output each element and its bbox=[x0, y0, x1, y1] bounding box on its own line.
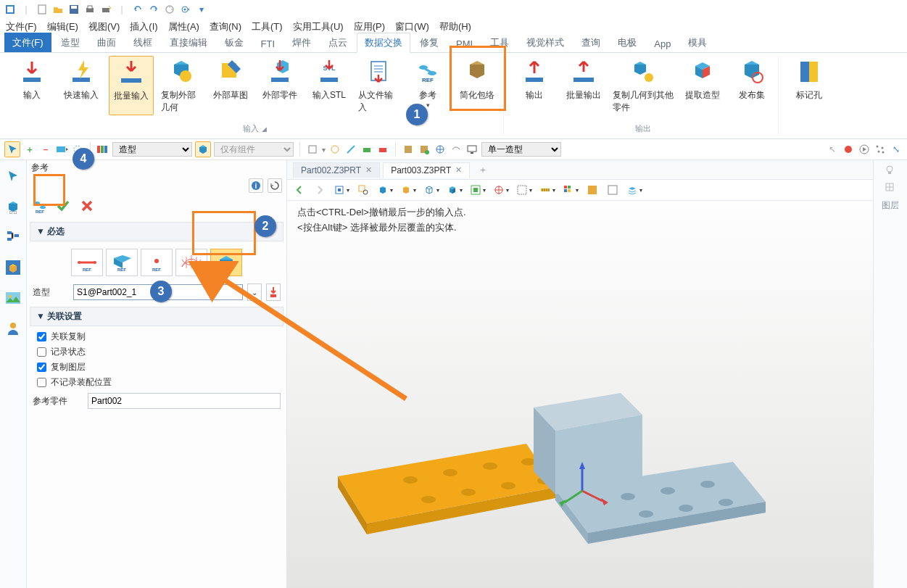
new-doc-icon[interactable] bbox=[36, 4, 48, 15]
assoc-copy-input[interactable] bbox=[37, 332, 46, 341]
ribbon-tab-surface[interactable]: 曲面 bbox=[89, 33, 124, 52]
ext-sketch-button[interactable]: 外部草图 bbox=[209, 56, 252, 115]
menu-help[interactable]: 帮助(H) bbox=[439, 20, 471, 33]
ribbon-tab-pointcloud[interactable]: 点云 bbox=[320, 33, 355, 52]
tool-icon-g[interactable] bbox=[418, 143, 431, 156]
copy-geom-to-button[interactable]: 复制几何到其他零件 bbox=[611, 56, 675, 115]
shape-dropdown-icon[interactable]: ⌄ bbox=[247, 283, 262, 301]
doc-tab-part003[interactable]: Part003.Z3PRT✕ bbox=[383, 162, 470, 178]
save-icon[interactable] bbox=[68, 4, 80, 15]
reset-icon[interactable] bbox=[268, 178, 282, 193]
layers-label[interactable]: 图层 bbox=[882, 199, 899, 212]
quick-import-button[interactable]: 快速输入 bbox=[59, 56, 103, 115]
sidebar-user-icon[interactable] bbox=[4, 320, 22, 337]
scatter-icon[interactable] bbox=[874, 143, 887, 156]
copy-layer-checkbox[interactable]: 复制图层 bbox=[27, 360, 286, 375]
cursor-icon[interactable] bbox=[4, 141, 20, 157]
import-from-file-button[interactable]: 从文件输入 bbox=[357, 56, 400, 115]
menu-window[interactable]: 窗口(W) bbox=[395, 20, 429, 33]
tool-icon-d[interactable] bbox=[360, 143, 373, 156]
simplify-env-button[interactable]: 简化包络 bbox=[455, 56, 499, 115]
ext-part-button[interactable]: 外部零件 bbox=[258, 56, 302, 115]
grid-small-icon[interactable] bbox=[885, 182, 896, 194]
zoom-window-icon[interactable] bbox=[357, 183, 370, 196]
tool-icon-h[interactable] bbox=[434, 143, 447, 156]
shaded-icon[interactable]: ▾ bbox=[447, 184, 463, 196]
ref-type-surface[interactable] bbox=[175, 249, 207, 276]
play-icon[interactable] bbox=[858, 143, 871, 156]
export-button[interactable]: 输出 bbox=[513, 56, 556, 115]
measure-icon[interactable]: ▾ bbox=[539, 184, 555, 196]
quick-print-icon[interactable] bbox=[100, 4, 112, 15]
ref-type-point[interactable]: REF bbox=[141, 249, 173, 276]
record-state-input[interactable] bbox=[37, 347, 46, 357]
back-icon[interactable] bbox=[293, 183, 306, 196]
required-section-header[interactable]: ▼ 必选 bbox=[30, 222, 283, 241]
copy-ext-geom-button[interactable]: 复制外部几何 bbox=[160, 56, 203, 115]
ribbon-tab-wireframe[interactable]: 线框 bbox=[125, 33, 160, 52]
arrow-tool-icon[interactable]: ↖ bbox=[826, 143, 839, 156]
ribbon-tab-sheetmetal[interactable]: 钣金 bbox=[217, 33, 252, 52]
undo-icon[interactable] bbox=[132, 4, 144, 15]
ribbon-tab-shape[interactable]: 造型 bbox=[53, 33, 88, 52]
cancel-button[interactable] bbox=[78, 196, 96, 215]
record-state-checkbox[interactable]: 记录状态 bbox=[27, 344, 286, 360]
component-filter-select[interactable]: 仅有组件 bbox=[214, 142, 294, 157]
origin-icon[interactable]: ▾ bbox=[493, 184, 509, 196]
redo-icon[interactable] bbox=[148, 4, 160, 15]
close-icon[interactable]: ✕ bbox=[365, 165, 372, 175]
ref-type-solid[interactable] bbox=[210, 249, 242, 276]
sidebar-image-icon[interactable] bbox=[4, 289, 22, 307]
import-stl-button[interactable]: STL输入STL bbox=[307, 56, 351, 115]
menu-util[interactable]: 实用工具(U) bbox=[293, 20, 344, 33]
qat-more-icon[interactable]: ▾ bbox=[196, 4, 207, 15]
sidebar-tree-icon[interactable] bbox=[4, 228, 22, 246]
view-orient-icon[interactable]: ▾ bbox=[400, 184, 416, 196]
refresh-icon[interactable] bbox=[164, 4, 175, 15]
filter-icon[interactable] bbox=[96, 143, 109, 156]
tool-icon-b[interactable] bbox=[328, 143, 341, 156]
view-fit-icon[interactable]: ▾ bbox=[334, 184, 349, 196]
expand-icon[interactable]: ⤡ bbox=[890, 143, 903, 156]
ribbon-tab-directedit[interactable]: 直接编辑 bbox=[162, 33, 215, 52]
canvas-3d[interactable]: 点击<CTRL-Del>撤销最后一步的输入点. <按住Alt键> 选择被最外层覆… bbox=[287, 201, 873, 588]
tool-icon-f[interactable] bbox=[402, 143, 415, 156]
menu-view[interactable]: 视图(V) bbox=[88, 20, 120, 33]
menu-app[interactable]: 应用(P) bbox=[354, 20, 385, 33]
dialog-launcher-icon[interactable]: ◢ bbox=[262, 125, 267, 133]
sidebar-cube-icon[interactable]: ロロ bbox=[4, 198, 22, 215]
menu-query[interactable]: 查询(N) bbox=[210, 20, 241, 33]
doc-tab-part002[interactable]: Part002.Z3PRT✕ bbox=[293, 162, 380, 178]
ribbon-tab-dataexchange[interactable]: 数据交换 bbox=[357, 33, 410, 53]
tool-icon-a[interactable] bbox=[306, 143, 319, 156]
bulb-icon[interactable] bbox=[885, 165, 896, 176]
new-tab-button[interactable]: ＋ bbox=[473, 162, 493, 178]
ribbon-tab-weld[interactable]: 焊件 bbox=[284, 33, 319, 52]
single-shape-select[interactable]: 单一造型 bbox=[481, 142, 561, 157]
mark-hole-button[interactable]: 标记孔 bbox=[787, 56, 831, 103]
info-icon[interactable]: i bbox=[249, 178, 263, 193]
ribbon-tab-app[interactable]: App bbox=[646, 35, 679, 52]
record-icon[interactable] bbox=[842, 143, 855, 156]
minus-icon[interactable]: － bbox=[39, 143, 52, 156]
ref-part-input[interactable] bbox=[88, 393, 281, 409]
batch-export-button[interactable]: 批量输出 bbox=[562, 56, 605, 115]
tool-icon-c[interactable] bbox=[344, 143, 357, 156]
sel-mode-icon[interactable] bbox=[55, 143, 68, 156]
forward-icon[interactable] bbox=[313, 183, 326, 196]
menu-tools[interactable]: 工具(T) bbox=[252, 20, 283, 33]
grid-icon[interactable]: ▾ bbox=[516, 184, 532, 196]
app-icon[interactable] bbox=[4, 4, 16, 15]
menu-edit[interactable]: 编辑(E) bbox=[47, 20, 78, 33]
palette-icon[interactable]: ▾ bbox=[563, 184, 579, 196]
color-b-icon[interactable] bbox=[606, 183, 619, 196]
sidebar-box-icon[interactable] bbox=[4, 259, 22, 276]
extract-shape-button[interactable]: 提取造型 bbox=[681, 56, 724, 115]
ribbon-tab-file[interactable]: 文件(F) bbox=[4, 33, 51, 52]
ref-type-face[interactable]: REF bbox=[106, 249, 138, 276]
batch-import-button[interactable]: 批量输入 bbox=[109, 56, 154, 115]
layers-icon[interactable]: ▾ bbox=[626, 184, 642, 196]
ribbon-tab-tools[interactable]: 工具 bbox=[482, 33, 517, 52]
color-a-icon[interactable] bbox=[586, 183, 599, 196]
ref-type-edge[interactable]: REF bbox=[71, 249, 103, 276]
